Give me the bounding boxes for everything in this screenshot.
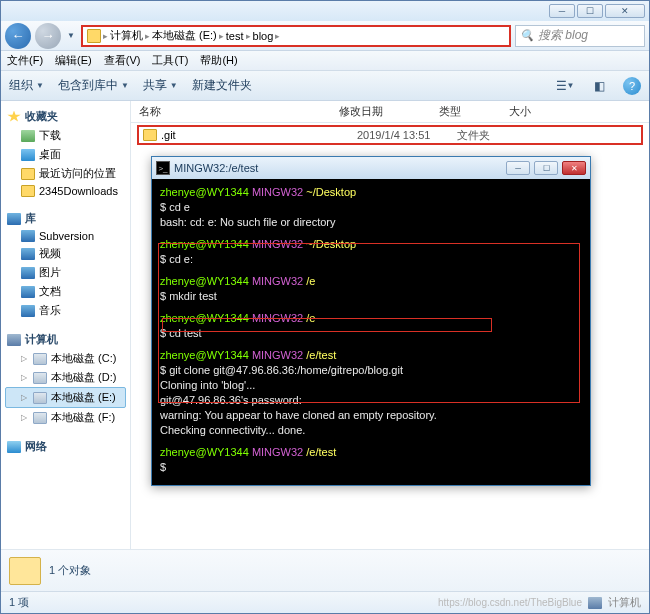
menu-view[interactable]: 查看(V) bbox=[104, 53, 141, 68]
file-content-area: 名称 修改日期 类型 大小 .git 2019/1/4 13:51 文件夹 >_… bbox=[131, 101, 649, 549]
libraries-header[interactable]: 库 bbox=[5, 209, 126, 228]
file-date: 2019/1/4 13:51 bbox=[357, 129, 457, 141]
desktop-icon bbox=[21, 149, 35, 161]
sidebar-item-drive-c[interactable]: ▷本地磁盘 (C:) bbox=[5, 349, 126, 368]
download-icon bbox=[21, 130, 35, 142]
column-date[interactable]: 修改日期 bbox=[339, 104, 439, 119]
view-options-button[interactable]: ☰▼ bbox=[555, 77, 575, 95]
music-icon bbox=[21, 305, 35, 317]
include-library-button[interactable]: 包含到库中▼ bbox=[58, 77, 129, 94]
column-name[interactable]: 名称 bbox=[139, 104, 339, 119]
status-bar: 1 项 https://blog.csdn.net/TheBigBlue 计算机 bbox=[1, 591, 649, 613]
watermark: https://blog.csdn.net/TheBigBlue bbox=[438, 597, 582, 608]
maximize-button[interactable]: ☐ bbox=[577, 4, 603, 18]
library-icon bbox=[21, 230, 35, 242]
breadcrumb-item[interactable]: 计算机 bbox=[110, 28, 143, 43]
column-type[interactable]: 类型 bbox=[439, 104, 509, 119]
breadcrumb-item[interactable]: test bbox=[226, 30, 244, 42]
network-icon bbox=[7, 441, 21, 453]
file-name: .git bbox=[161, 129, 357, 141]
history-dropdown[interactable]: ▼ bbox=[65, 27, 77, 45]
help-button[interactable]: ? bbox=[623, 77, 641, 95]
menu-edit[interactable]: 编辑(E) bbox=[55, 53, 92, 68]
new-folder-button[interactable]: 新建文件夹 bbox=[192, 77, 252, 94]
folder-icon bbox=[21, 185, 35, 197]
window-titlebar: ─ ☐ ✕ bbox=[1, 1, 649, 21]
sidebar-item-recent[interactable]: 最近访问的位置 bbox=[5, 164, 126, 183]
terminal-maximize[interactable]: ☐ bbox=[534, 161, 558, 175]
folder-icon bbox=[9, 557, 41, 585]
breadcrumb-item[interactable]: 本地磁盘 (E:) bbox=[152, 28, 217, 43]
sidebar-item-drive-f[interactable]: ▷本地磁盘 (F:) bbox=[5, 408, 126, 427]
file-list: .git 2019/1/4 13:51 文件夹 bbox=[131, 123, 649, 147]
menu-help[interactable]: 帮助(H) bbox=[200, 53, 237, 68]
star-icon bbox=[7, 111, 21, 123]
preview-pane-button[interactable]: ◧ bbox=[589, 77, 609, 95]
close-button[interactable]: ✕ bbox=[605, 4, 645, 18]
chevron-right-icon: ▸ bbox=[246, 31, 251, 41]
sidebar-item-2345[interactable]: 2345Downloads bbox=[5, 183, 126, 199]
document-icon bbox=[21, 286, 35, 298]
drive-icon bbox=[33, 392, 47, 404]
nav-pane: 收藏夹 下载 桌面 最近访问的位置 2345Downloads 库 Subver… bbox=[1, 101, 131, 549]
terminal-window[interactable]: >_ MINGW32:/e/test ─ ☐ ✕ zhenye@WY1344 M… bbox=[151, 156, 591, 486]
chevron-right-icon: ▸ bbox=[275, 31, 280, 41]
computer-header[interactable]: 计算机 bbox=[5, 330, 126, 349]
organize-button[interactable]: 组织▼ bbox=[9, 77, 44, 94]
drive-icon bbox=[33, 372, 47, 384]
terminal-title: MINGW32:/e/test bbox=[174, 162, 502, 174]
sidebar-item-pictures[interactable]: 图片 bbox=[5, 263, 126, 282]
picture-icon bbox=[21, 267, 35, 279]
recent-icon bbox=[21, 168, 35, 180]
nav-bar: ← → ▼ ▸ 计算机 ▸ 本地磁盘 (E:) ▸ test ▸ blog ▸ … bbox=[1, 21, 649, 51]
chevron-right-icon: ▸ bbox=[103, 31, 108, 41]
sidebar-item-documents[interactable]: 文档 bbox=[5, 282, 126, 301]
chevron-right-icon: ▸ bbox=[219, 31, 224, 41]
terminal-close[interactable]: ✕ bbox=[562, 161, 586, 175]
network-header[interactable]: 网络 bbox=[5, 437, 126, 456]
sidebar-item-videos[interactable]: 视频 bbox=[5, 244, 126, 263]
terminal-titlebar[interactable]: >_ MINGW32:/e/test ─ ☐ ✕ bbox=[152, 157, 590, 179]
library-icon bbox=[7, 213, 21, 225]
drive-icon bbox=[33, 412, 47, 424]
breadcrumb-item[interactable]: blog bbox=[253, 30, 274, 42]
search-input[interactable]: 🔍 搜索 blog bbox=[515, 25, 645, 47]
terminal-minimize[interactable]: ─ bbox=[506, 161, 530, 175]
terminal-body[interactable]: zhenye@WY1344 MINGW32 ~/Desktop$ cd ebas… bbox=[152, 179, 590, 485]
computer-icon bbox=[588, 597, 602, 609]
status-computer: 计算机 bbox=[608, 595, 641, 610]
menu-file[interactable]: 文件(F) bbox=[7, 53, 43, 68]
explorer-window: ─ ☐ ✕ ← → ▼ ▸ 计算机 ▸ 本地磁盘 (E:) ▸ test ▸ b… bbox=[0, 0, 650, 614]
item-count: 1 个对象 bbox=[49, 563, 91, 578]
sidebar-item-drive-e[interactable]: ▷本地磁盘 (E:) bbox=[5, 387, 126, 408]
column-size[interactable]: 大小 bbox=[509, 104, 649, 119]
menu-bar: 文件(F) 编辑(E) 查看(V) 工具(T) 帮助(H) bbox=[1, 51, 649, 71]
folder-icon bbox=[87, 29, 101, 43]
back-button[interactable]: ← bbox=[5, 23, 31, 49]
menu-tools[interactable]: 工具(T) bbox=[152, 53, 188, 68]
breadcrumb[interactable]: ▸ 计算机 ▸ 本地磁盘 (E:) ▸ test ▸ blog ▸ bbox=[81, 25, 511, 47]
explorer-body: 收藏夹 下载 桌面 最近访问的位置 2345Downloads 库 Subver… bbox=[1, 101, 649, 549]
folder-icon bbox=[143, 129, 157, 141]
sidebar-item-downloads[interactable]: 下载 bbox=[5, 126, 126, 145]
forward-button[interactable]: → bbox=[35, 23, 61, 49]
minimize-button[interactable]: ─ bbox=[549, 4, 575, 18]
video-icon bbox=[21, 248, 35, 260]
share-button[interactable]: 共享▼ bbox=[143, 77, 178, 94]
status-items: 1 项 bbox=[9, 595, 29, 610]
computer-icon bbox=[7, 334, 21, 346]
favorites-header[interactable]: 收藏夹 bbox=[5, 107, 126, 126]
sidebar-item-desktop[interactable]: 桌面 bbox=[5, 145, 126, 164]
terminal-icon: >_ bbox=[156, 161, 170, 175]
drive-icon bbox=[33, 353, 47, 365]
search-icon: 🔍 bbox=[520, 29, 534, 42]
sidebar-item-music[interactable]: 音乐 bbox=[5, 301, 126, 320]
sidebar-item-subversion[interactable]: Subversion bbox=[5, 228, 126, 244]
toolbar: 组织▼ 包含到库中▼ 共享▼ 新建文件夹 ☰▼ ◧ ? bbox=[1, 71, 649, 101]
file-type: 文件夹 bbox=[457, 128, 527, 143]
file-row-git[interactable]: .git 2019/1/4 13:51 文件夹 bbox=[137, 125, 643, 145]
details-pane: 1 个对象 bbox=[1, 549, 649, 591]
column-headers: 名称 修改日期 类型 大小 bbox=[131, 101, 649, 123]
sidebar-item-drive-d[interactable]: ▷本地磁盘 (D:) bbox=[5, 368, 126, 387]
search-placeholder: 搜索 blog bbox=[538, 27, 588, 44]
